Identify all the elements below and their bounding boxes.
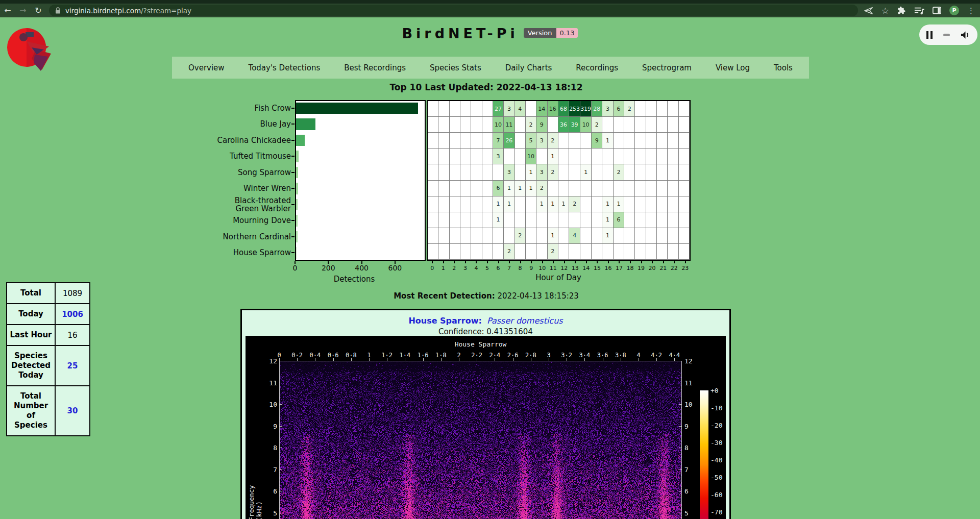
back-icon[interactable]: ←	[0, 6, 15, 15]
species-label-tufted-titmouse: Tufted Titmouse	[214, 152, 291, 160]
hour-tick	[542, 261, 543, 263]
heat-cell-h15-carolina-chickadee: 9	[592, 133, 602, 149]
heat-cell-h11-mourning-dove	[548, 212, 558, 228]
heat-cell-h5-tufted-titmouse	[482, 149, 493, 164]
heat-cell-h8-black-throated-green-warbler	[515, 196, 526, 212]
stats-label-total-number-of-species: Total Number of Species	[7, 386, 55, 436]
hour-label: 23	[681, 265, 689, 271]
nav-item-tools[interactable]: Tools	[774, 63, 793, 72]
species-common-name[interactable]: House Sparrow:	[408, 316, 481, 326]
hour-tick	[487, 261, 488, 263]
stats-value-species-detected-today[interactable]: 25	[55, 345, 90, 386]
heat-cell-h19-mourning-dove	[635, 212, 646, 228]
send-icon[interactable]	[864, 7, 873, 15]
heat-cell-h17-fish-crow: 6	[614, 101, 624, 117]
heat-cell-h22-carolina-chickadee	[668, 133, 678, 149]
heat-cell-h0-song-sparrow	[428, 164, 438, 180]
spec-freq-label-right: 8	[684, 444, 705, 452]
stats-value-today[interactable]: 1006	[55, 304, 90, 325]
heat-cell-h8-tufted-titmouse	[515, 149, 526, 164]
hour-tick	[575, 261, 576, 263]
hour-label: 17	[616, 265, 623, 271]
forward-icon[interactable]: →	[15, 6, 31, 15]
spec-time-tick	[423, 358, 424, 361]
heat-cell-h20-northern-cardinal	[646, 228, 657, 244]
heat-cell-h13-northern-cardinal: 4	[569, 228, 580, 244]
nav-item-species-stats[interactable]: Species Stats	[430, 63, 481, 72]
heat-cell-h14-winter-wren	[580, 181, 592, 196]
audio-player	[919, 24, 977, 45]
species-label-fish-crow: Fish Crow	[214, 104, 291, 112]
version-badge: Version0.13	[524, 29, 578, 37]
heat-cell-h12-winter-wren	[558, 181, 569, 196]
heat-cell-h5-mourning-dove	[482, 212, 493, 228]
heat-cell-h21-house-sparrow	[657, 244, 668, 260]
profile-avatar[interactable]: P	[949, 6, 959, 15]
spec-time-tick	[459, 358, 459, 361]
detections-bar-winter-wren	[296, 183, 298, 194]
heat-cell-h7-tufted-titmouse	[504, 149, 514, 164]
heat-cell-h15-house-sparrow	[592, 244, 602, 260]
hour-label: 18	[627, 265, 634, 271]
nav-item-daily-charts[interactable]: Daily Charts	[505, 63, 552, 72]
nav-item-recordings[interactable]: Recordings	[576, 63, 618, 72]
heat-cell-h22-northern-cardinal	[668, 228, 678, 244]
bookmark-star-icon[interactable]: ☆	[881, 6, 889, 16]
heat-cell-h1-tufted-titmouse	[438, 149, 449, 164]
spec-freq-tick	[679, 491, 681, 491]
speaker-icon[interactable]	[961, 31, 970, 39]
spec-time-tick	[315, 358, 315, 361]
volume-slider[interactable]	[943, 34, 950, 36]
stats-value-total-number-of-species[interactable]: 30	[55, 386, 90, 436]
heat-cell-h13-tufted-titmouse	[569, 149, 580, 164]
version-value: 0.13	[556, 28, 578, 38]
heat-cell-h11-blue-jay	[548, 117, 558, 133]
heat-cell-h4-black-throated-green-warbler	[471, 196, 482, 212]
species-label-carolina-chickadee: Carolina Chickadee	[214, 136, 291, 144]
heat-cell-h22-house-sparrow	[668, 244, 678, 260]
heat-cell-h9-house-sparrow	[526, 244, 536, 260]
spectrogram-plot-area	[279, 361, 682, 519]
spec-time-label: 0·6	[328, 352, 339, 359]
heat-cell-h15-fish-crow: 28	[592, 101, 602, 117]
lock-icon	[55, 7, 61, 14]
heat-cell-h6-carolina-chickadee: 7	[493, 133, 504, 149]
extensions-icon[interactable]	[897, 6, 906, 15]
browser-menu-icon[interactable]: ⋮	[967, 6, 975, 15]
nav-item-view-log[interactable]: View Log	[716, 63, 750, 72]
nav-item-best-recordings[interactable]: Best Recordings	[344, 63, 406, 72]
heat-cell-h17-house-sparrow	[614, 244, 624, 260]
address-bar[interactable]: virginia.birdnetpi.com/?stream=play	[49, 5, 858, 16]
pause-icon[interactable]	[926, 31, 933, 39]
spec-time-label: 2·4	[489, 352, 501, 359]
site-header: BirdNET-PiVersion0.13	[0, 26, 980, 41]
species-label-house-sparrow: House Sparrow	[214, 249, 291, 257]
hour-tick	[553, 261, 554, 263]
confidence-label: Confidence:	[438, 327, 484, 336]
spectrogram-title: House Sparrow	[279, 340, 682, 348]
heat-cell-h14-fish-crow: 319	[580, 101, 592, 117]
confidence-value: 0.41351604	[486, 327, 533, 336]
heat-cell-h0-northern-cardinal	[428, 228, 438, 244]
hour-label: 16	[604, 265, 611, 271]
heat-cell-h10-mourning-dove	[536, 212, 547, 228]
hour-tick	[509, 261, 510, 263]
heat-cell-h9-mourning-dove	[526, 212, 536, 228]
heat-cell-h11-song-sparrow: 2	[548, 164, 558, 180]
nav-item-spectrogram[interactable]: Spectrogram	[642, 63, 692, 72]
heat-cell-h6-black-throated-green-warbler: 1	[493, 196, 504, 212]
heat-cell-h23-carolina-chickadee	[679, 133, 690, 149]
nav-item-today-s-detections[interactable]: Today's Detections	[249, 63, 321, 72]
reload-icon[interactable]: ↻	[31, 6, 46, 15]
heat-cell-h17-winter-wren	[614, 181, 624, 196]
heat-cell-h8-house-sparrow	[515, 244, 526, 260]
media-playlist-icon[interactable]	[914, 7, 924, 15]
hour-label: 22	[671, 265, 678, 271]
detections-bar-song-sparrow	[296, 167, 298, 179]
heat-cell-h6-tufted-titmouse: 3	[493, 149, 504, 164]
heat-cell-h2-blue-jay	[450, 117, 460, 133]
side-panel-icon[interactable]	[933, 7, 941, 14]
detection-card: House Sparrow: Passer domesticus Confide…	[240, 309, 731, 519]
heat-cell-h0-tufted-titmouse	[428, 149, 438, 164]
nav-item-overview[interactable]: Overview	[188, 63, 225, 72]
